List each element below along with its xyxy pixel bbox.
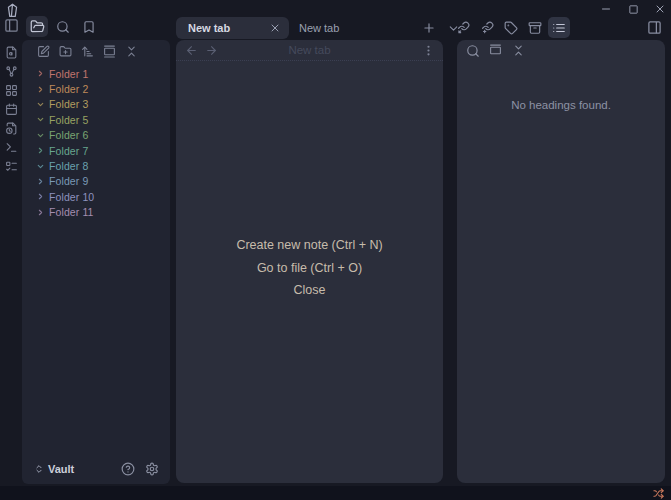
checklist-icon[interactable] [0, 157, 22, 175]
collapse-all-icon[interactable] [122, 43, 141, 60]
folder-name: Folder 3 [49, 98, 88, 110]
bookmark-icon[interactable] [78, 16, 100, 37]
folder-item[interactable]: Folder 5 [22, 112, 170, 127]
chevrons-up-down-icon [34, 464, 44, 474]
titlebar: New tab New tab [0, 0, 671, 40]
folder-item[interactable]: Folder 1 [22, 66, 170, 81]
outline-icon[interactable] [548, 17, 570, 38]
chevron-right-icon [36, 208, 45, 217]
close-action[interactable]: Close [294, 283, 326, 297]
chevron-right-icon [36, 177, 45, 186]
left-sidebar-tabs [26, 16, 100, 37]
file-explorer: Folder 1 Folder 2 Folder 3 Folder 5 Fold… [22, 40, 170, 484]
chevron-down-icon [36, 115, 45, 124]
files-icon[interactable] [26, 16, 48, 37]
search-icon[interactable] [52, 16, 74, 37]
ribbon [0, 16, 22, 484]
go-to-file-action[interactable]: Go to file (Ctrl + O) [257, 261, 362, 275]
folder-item[interactable]: Folder 3 [22, 97, 170, 112]
chevron-right-icon [36, 146, 45, 155]
more-options-icon[interactable] [421, 43, 435, 57]
panel-left-toggle-icon[interactable] [0, 16, 22, 34]
archive-icon[interactable] [524, 17, 546, 38]
right-sidebar-tabs [452, 17, 570, 38]
folder-name: Folder 1 [49, 68, 88, 80]
vault-row: Vault [22, 458, 170, 484]
stack-icon[interactable] [486, 42, 505, 60]
window-controls [599, 2, 667, 16]
panel-right-toggle-icon[interactable] [646, 19, 662, 35]
main-pane: New tab Create new note (Ctrl + N) Go to… [176, 40, 443, 483]
outline-pane-header [457, 40, 665, 61]
search-icon[interactable] [463, 42, 482, 60]
folder-item[interactable]: Folder 7 [22, 143, 170, 158]
tags-icon[interactable] [500, 17, 522, 38]
tab-active[interactable]: New tab [176, 17, 289, 39]
graph-icon[interactable] [0, 62, 22, 80]
tab-bar: New tab New tab [176, 17, 461, 39]
new-tab-icon[interactable] [421, 20, 437, 36]
folder-name: Folder 8 [49, 160, 88, 172]
grid-icon[interactable] [0, 81, 22, 99]
minimize-icon[interactable] [599, 2, 613, 16]
stack-icon[interactable] [100, 43, 119, 60]
folder-item[interactable]: Folder 8 [22, 158, 170, 173]
tab-title: New tab [188, 22, 268, 34]
maximize-icon[interactable] [626, 2, 640, 16]
chevron-down-icon [36, 131, 45, 140]
shuffle-icon[interactable] [653, 488, 664, 499]
new-folder-icon[interactable] [56, 43, 75, 60]
chevron-right-icon [36, 69, 45, 78]
explorer-nav [22, 40, 170, 61]
folder-name: Folder 11 [49, 206, 93, 218]
outline-empty-message: No headings found. [457, 99, 665, 111]
chevron-down-icon [36, 162, 45, 171]
folder-tree: Folder 1 Folder 2 Folder 3 Folder 5 Fold… [22, 66, 170, 458]
status-bar [0, 486, 671, 500]
settings-icon[interactable] [143, 461, 160, 478]
folder-name: Folder 9 [49, 175, 88, 187]
back-icon[interactable] [184, 43, 198, 57]
folder-item[interactable]: Folder 2 [22, 81, 170, 96]
close-window-icon[interactable] [653, 2, 667, 16]
help-icon[interactable] [119, 461, 136, 478]
forward-icon[interactable] [204, 43, 218, 57]
folder-name: Folder 7 [49, 145, 88, 157]
vault-name: Vault [48, 463, 74, 475]
terminal-icon[interactable] [0, 138, 22, 156]
collapse-all-icon[interactable] [509, 42, 528, 60]
calendar-icon[interactable] [0, 100, 22, 118]
folder-item[interactable]: Folder 9 [22, 174, 170, 189]
backlinks-icon[interactable] [452, 17, 474, 38]
outline-pane: No headings found. [457, 40, 665, 483]
tab-title: New tab [299, 22, 339, 34]
close-icon[interactable] [268, 21, 282, 35]
main-pane-header: New tab [176, 40, 443, 61]
chevron-down-icon [36, 100, 45, 109]
folder-name: Folder 10 [49, 191, 94, 203]
folder-item[interactable]: Folder 10 [22, 189, 170, 204]
vault-switcher[interactable]: Vault [34, 463, 74, 475]
file-icon[interactable] [0, 43, 22, 61]
folder-item[interactable]: Folder 11 [22, 205, 170, 220]
tab-inactive[interactable]: New tab [289, 17, 353, 39]
chevron-right-icon [36, 192, 45, 201]
sort-icon[interactable] [78, 43, 97, 60]
folder-name: Folder 6 [49, 129, 88, 141]
chevron-right-icon [36, 85, 45, 94]
file-clock-icon[interactable] [0, 119, 22, 137]
outgoing-links-icon[interactable] [476, 17, 498, 38]
folder-item[interactable]: Folder 6 [22, 128, 170, 143]
new-note-icon[interactable] [34, 43, 53, 60]
folder-name: Folder 2 [49, 83, 88, 95]
folder-name: Folder 5 [49, 114, 88, 126]
empty-state-actions: Create new note (Ctrl + N) Go to file (C… [176, 238, 443, 297]
create-new-note-action[interactable]: Create new note (Ctrl + N) [236, 238, 382, 252]
